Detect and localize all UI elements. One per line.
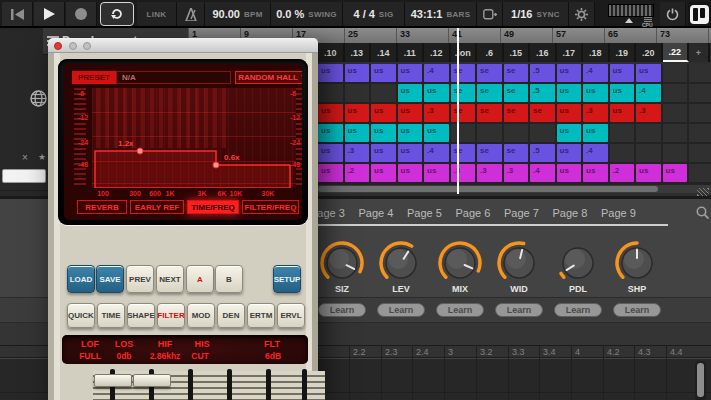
macro-knob[interactable] <box>613 239 661 287</box>
den-button[interactable]: DEN <box>217 303 245 328</box>
clip[interactable]: se <box>451 144 476 162</box>
b-button[interactable]: B <box>215 265 243 293</box>
clip[interactable]: .2 <box>345 164 370 182</box>
clip[interactable]: us <box>557 84 582 102</box>
scene-header[interactable]: .18 <box>583 43 610 62</box>
clip[interactable]: .3 <box>504 164 529 182</box>
clip[interactable]: .3 <box>345 144 370 162</box>
clip[interactable]: .3 <box>451 164 476 182</box>
grid-cell[interactable] <box>663 84 690 104</box>
clip[interactable]: se <box>504 104 529 122</box>
page-tab[interactable]: Page 7 <box>504 207 539 219</box>
clip[interactable]: .4 <box>424 144 449 162</box>
learn-button[interactable]: Learn <box>377 303 425 317</box>
horizontal-scrollbar-handle[interactable] <box>318 186 658 192</box>
clip[interactable]: .4 <box>583 64 608 82</box>
grid-cell[interactable] <box>451 124 478 144</box>
load-button[interactable]: LOAD <box>67 265 95 293</box>
macro-knob[interactable] <box>554 239 602 287</box>
grid-cell[interactable] <box>663 64 690 84</box>
time-button[interactable]: TIME <box>97 303 125 328</box>
grid-cell[interactable] <box>689 144 711 164</box>
metronome-button[interactable] <box>177 2 205 26</box>
grid-cell[interactable] <box>689 164 711 184</box>
vertical-scrollbar-handle[interactable] <box>697 363 704 397</box>
scene-header[interactable]: .14 <box>371 43 398 62</box>
clip[interactable]: us <box>557 164 582 182</box>
quick-button[interactable]: QUICK <box>67 303 95 328</box>
grid-cell[interactable] <box>663 124 690 144</box>
clip[interactable]: se <box>504 64 529 82</box>
plugin-titlebar[interactable] <box>48 38 318 53</box>
record-button[interactable] <box>66 2 97 26</box>
clip[interactable]: us <box>398 124 423 142</box>
fader[interactable] <box>93 371 133 400</box>
clip[interactable]: se <box>477 104 502 122</box>
fader[interactable] <box>132 371 172 400</box>
grid-cell[interactable] <box>689 104 711 124</box>
grid-cell[interactable] <box>477 124 504 144</box>
grid-cell[interactable] <box>689 84 711 104</box>
next-button[interactable]: NEXT <box>156 265 184 293</box>
settings-button[interactable] <box>569 2 595 26</box>
fader[interactable] <box>285 371 325 400</box>
clip[interactable]: se <box>451 104 476 122</box>
clip[interactable]: us <box>557 144 582 162</box>
scene-header[interactable]: .13 <box>345 43 372 62</box>
grid-cell[interactable] <box>636 124 663 144</box>
clip[interactable]: us <box>424 164 449 182</box>
scene-header[interactable]: .22 <box>663 43 690 62</box>
ni-logo-button[interactable] <box>688 2 711 26</box>
preset-menu-dropdown[interactable]: RANDOM HALL <box>235 71 302 84</box>
tempo-display[interactable]: 90.00 BPM <box>205 2 271 26</box>
search-clear-icon[interactable]: × <box>22 152 28 163</box>
clip[interactable]: us <box>371 144 396 162</box>
clip[interactable]: se <box>451 84 476 102</box>
search-icon[interactable] <box>696 205 709 223</box>
ertm-button[interactable]: ERTM <box>247 303 275 328</box>
clip[interactable]: us <box>583 164 608 182</box>
clip[interactable]: us <box>398 144 423 162</box>
grid-cell[interactable] <box>610 144 637 164</box>
preset-name-field[interactable]: N/A <box>116 71 231 84</box>
clip[interactable]: us <box>424 124 449 142</box>
library-tab[interactable] <box>30 90 47 111</box>
grid-cell[interactable] <box>689 64 711 84</box>
clip[interactable]: us <box>398 104 423 122</box>
clip[interactable]: se <box>504 144 529 162</box>
grid-cell[interactable] <box>663 144 690 164</box>
prev-button[interactable]: PREV <box>126 265 154 293</box>
grid-cell[interactable] <box>318 84 345 104</box>
scene-header[interactable]: .17 <box>557 43 584 62</box>
ruler-cell[interactable]: 49 <box>500 28 552 43</box>
scene-header[interactable]: .10 <box>318 43 345 62</box>
scene-header[interactable]: .6 <box>477 43 504 62</box>
clip[interactable]: us <box>424 84 449 102</box>
setup-button[interactable]: SETUP <box>273 265 301 293</box>
learn-button[interactable]: Learn <box>613 303 661 317</box>
clip[interactable]: us <box>610 64 635 82</box>
macro-knob[interactable] <box>318 239 366 287</box>
clip[interactable]: us <box>583 84 608 102</box>
swing-display[interactable]: 0.0 % SWING <box>271 2 343 26</box>
decay-envelope[interactable]: 1.2x 0.6x <box>92 88 296 188</box>
time-freq-graph[interactable]: 1.2x 0.6x <box>92 88 296 188</box>
save-button[interactable]: SAVE <box>96 265 124 293</box>
window-minimize-button[interactable] <box>69 42 77 50</box>
clip[interactable]: us <box>557 64 582 82</box>
ruler-cell[interactable]: 25 <box>344 28 396 43</box>
fader[interactable] <box>249 371 289 400</box>
clip[interactable]: .4 <box>636 84 661 102</box>
clip[interactable]: us <box>557 124 582 142</box>
ruler-cell[interactable]: 41 <box>448 28 500 43</box>
grid-cell[interactable] <box>610 124 637 144</box>
clip[interactable]: se <box>477 84 502 102</box>
meter-marker-icon[interactable] <box>625 18 633 23</box>
ervl-button[interactable]: ERVL <box>277 303 305 328</box>
search-input[interactable] <box>2 169 46 183</box>
clip[interactable]: us <box>636 64 661 82</box>
page-tab[interactable]: Page 8 <box>553 207 588 219</box>
clip[interactable]: us <box>345 124 370 142</box>
clip[interactable]: .5 <box>530 84 555 102</box>
ruler-cell[interactable]: 65 <box>604 28 656 43</box>
